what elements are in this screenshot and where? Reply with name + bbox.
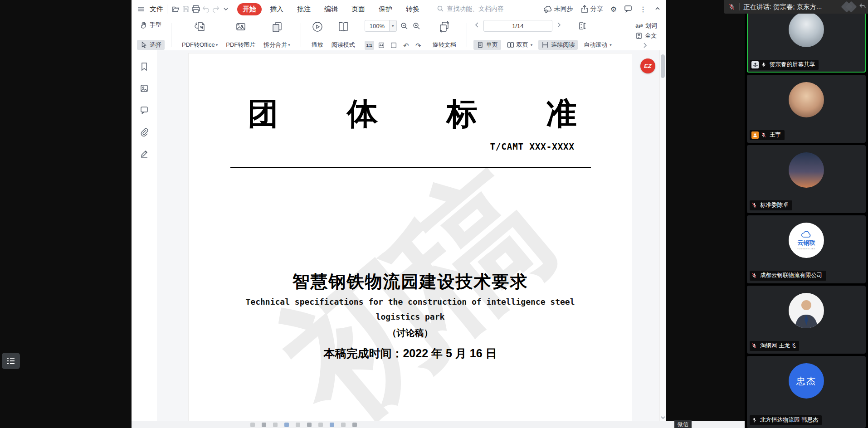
zoom-level-select[interactable]: 100% ▾ <box>365 20 397 32</box>
caret-down-icon: ▾ <box>288 43 290 47</box>
pdf-to-image-button[interactable]: PDF转图片 <box>222 20 259 50</box>
sync-status[interactable]: 未同步 <box>543 5 573 14</box>
taskbar-app-icon[interactable] <box>318 423 323 427</box>
continuous-read-button[interactable]: 连续阅读 <box>538 40 578 50</box>
fit-page-icon[interactable] <box>389 41 399 50</box>
taskbar-app-icon[interactable] <box>273 423 278 427</box>
tab-page[interactable]: 页面 <box>346 3 371 15</box>
divider <box>467 23 467 47</box>
thumbnail-icon[interactable] <box>140 84 149 93</box>
print-icon[interactable] <box>191 4 201 14</box>
meeting-bar-controls[interactable] <box>846 3 855 11</box>
participant-name: 北方恒达物流园 韩思杰 <box>760 416 818 424</box>
fit-width-icon[interactable] <box>377 41 386 50</box>
word-translate-button[interactable]: a⇄ 划词 <box>632 21 660 31</box>
rotate-left-icon[interactable]: ↶ <box>401 41 411 50</box>
document-area: 初稿 团 体 标 准 T/CAMT XXX-XXXX 智慧钢铁物流园建设技术要求… <box>132 50 666 421</box>
settings-gear-icon[interactable]: ⚙ <box>610 5 617 14</box>
split-merge-button[interactable]: 拆分合并▾ <box>259 20 294 50</box>
quickbar-more-icon[interactable] <box>221 4 231 14</box>
outline-panel-toggle[interactable] <box>2 353 20 369</box>
tab-comment[interactable]: 批注 <box>292 3 316 15</box>
zoom-level-value: 100% <box>365 23 389 29</box>
wps-pdf-window: 文件 开始 插入 批注 编辑 页面 保护 转换 <box>132 0 666 428</box>
wps-float-badge[interactable]: EZ <box>640 58 655 73</box>
tab-insert[interactable]: 插入 <box>264 3 289 15</box>
chat-bubble-icon[interactable] <box>624 5 632 14</box>
divider <box>171 23 171 47</box>
draft-note: （讨论稿） <box>189 327 632 339</box>
speaking-banner: 正在讲话: 贺宗春; 京东方... <box>743 3 844 11</box>
attachment-icon[interactable] <box>140 127 149 136</box>
taskbar-app-icon[interactable] <box>296 423 300 427</box>
taskbar-app-icon[interactable] <box>330 423 334 427</box>
single-page-button[interactable]: 单页 <box>473 40 501 50</box>
participant-name: 成都云钢联物流有限公司 <box>760 272 823 279</box>
tab-home[interactable]: 开始 <box>237 3 262 15</box>
zoom-in-icon[interactable] <box>412 21 421 30</box>
hand-tool-label: 手型 <box>150 21 161 29</box>
convert-group: PDF转Office▾ PDF转图片 拆分合并▾ <box>175 19 297 51</box>
meeting-speaking-bar: 正在讲话: 贺宗春; 京东方... <box>724 0 868 14</box>
muted-mic-icon[interactable] <box>724 3 739 10</box>
page-viewport[interactable]: 初稿 团 体 标 准 T/CAMT XXX-XXXX 智慧钢铁物流园建设技术要求… <box>157 50 659 421</box>
search-input[interactable]: 查找功能、文档内容 <box>437 5 523 14</box>
tab-protect[interactable]: 保护 <box>373 3 398 15</box>
participant-tile[interactable]: 忠杰 北方恒达物流园 韩思杰 <box>747 356 866 428</box>
participant-tile[interactable]: 标准委陈卓 <box>747 145 866 213</box>
double-page-button[interactable]: 双页 ▾ <box>504 40 536 50</box>
participant-tile[interactable]: 王宇 <box>747 75 866 143</box>
auto-scroll-icon[interactable] <box>578 21 587 30</box>
scroll-down-icon[interactable] <box>660 415 666 420</box>
caret-down-icon: ▾ <box>216 43 218 47</box>
restore-view-icon[interactable] <box>859 2 866 11</box>
pdf-to-office-button[interactable]: PDF转Office▾ <box>178 20 222 50</box>
file-menu[interactable]: 文件 <box>136 4 163 14</box>
redo-icon[interactable] <box>211 4 221 14</box>
participant-tile[interactable]: 云钢联 YUNGANGLIAN 成都云钢联物流有限公司 <box>747 215 866 283</box>
taskbar-app-icon[interactable] <box>352 423 357 427</box>
tab-edit[interactable]: 编辑 <box>319 3 343 15</box>
participant-tile-screen-share[interactable]: 贺宗春的屏幕共享 <box>747 5 866 73</box>
taskbar-app-icon[interactable] <box>307 423 312 427</box>
participant-name: 贺宗春的屏幕共享 <box>770 61 815 68</box>
scrollbar-thumb[interactable] <box>661 54 665 78</box>
zoom-out-icon[interactable] <box>400 21 409 30</box>
rotate-doc-group: 旋转文档 <box>426 19 463 51</box>
taskbar-app-icon[interactable] <box>341 423 346 427</box>
taskbar-app-icon[interactable] <box>250 423 255 427</box>
play-button[interactable]: 播放 <box>307 20 327 50</box>
read-mode-button[interactable]: 阅读模式 <box>327 20 359 50</box>
fulltext-translate-label: 全文 <box>645 32 657 40</box>
double-page-label: 双页 <box>517 41 528 49</box>
bookmark-icon[interactable] <box>140 62 149 71</box>
tab-convert[interactable]: 转换 <box>400 3 425 15</box>
fulltext-translate-button[interactable]: 全文 <box>632 31 660 41</box>
page-indicator[interactable]: 1/14 <box>483 20 552 32</box>
rotate-right-icon[interactable]: ↷ <box>414 41 423 50</box>
search-icon <box>437 5 444 14</box>
hand-tool-button[interactable]: 手型 <box>137 20 165 30</box>
actual-size-button[interactable]: 1:1 <box>365 41 374 50</box>
select-tool-button[interactable]: 选择 <box>137 40 165 50</box>
vertical-scrollbar[interactable] <box>659 50 666 421</box>
share-button[interactable]: 分享 <box>580 5 603 13</box>
save-icon[interactable] <box>181 4 191 14</box>
auto-scroll-button[interactable]: 自动滚动 ▾ <box>580 40 615 50</box>
participant-tile[interactable]: 淘钢网 王龙飞 <box>747 286 866 354</box>
next-page-icon[interactable] <box>555 21 562 30</box>
continuous-read-label: 连续阅读 <box>551 41 575 49</box>
collapse-ribbon-icon[interactable] <box>654 5 661 14</box>
comment-icon[interactable] <box>140 106 149 115</box>
caret-down-icon: ▾ <box>531 43 533 47</box>
view-mode-group: 播放 阅读模式 <box>305 19 362 51</box>
taskbar-app-icon[interactable] <box>284 423 289 427</box>
taskbar-app-icon[interactable] <box>262 423 266 427</box>
prev-page-icon[interactable] <box>473 21 481 30</box>
rotate-doc-button[interactable]: 旋转文档 <box>429 20 460 50</box>
kebab-menu-icon[interactable]: ⋮ <box>639 5 647 14</box>
signature-icon[interactable] <box>140 149 149 158</box>
toolbar-expand-icon[interactable] <box>641 42 649 51</box>
undo-icon[interactable] <box>201 4 211 14</box>
open-file-icon[interactable] <box>171 4 181 14</box>
